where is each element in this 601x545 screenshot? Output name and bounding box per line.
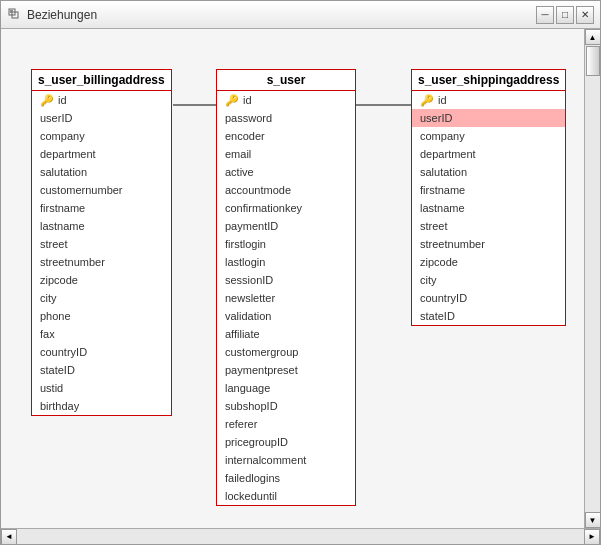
diagram-area: s_user_billingaddress 🔑 id userID compan… bbox=[21, 49, 564, 509]
table-row: company bbox=[32, 127, 171, 145]
table-row: department bbox=[32, 145, 171, 163]
table-row: language bbox=[217, 379, 355, 397]
table-row: firstlogin bbox=[217, 235, 355, 253]
vertical-scrollbar[interactable]: ▲ ▼ bbox=[584, 29, 600, 528]
table-row: firstname bbox=[32, 199, 171, 217]
key-icon: 🔑 bbox=[40, 92, 54, 108]
close-button[interactable]: ✕ bbox=[576, 6, 594, 24]
table-row: confirmationkey bbox=[217, 199, 355, 217]
svg-rect-2 bbox=[10, 10, 13, 13]
table-row: stateID bbox=[412, 307, 565, 325]
table-row: street bbox=[32, 235, 171, 253]
table-row: accountmode bbox=[217, 181, 355, 199]
table-row: lockeduntil bbox=[217, 487, 355, 505]
table-row: phone bbox=[32, 307, 171, 325]
title-bar-left: Beziehungen bbox=[7, 7, 97, 23]
table-row: lastname bbox=[32, 217, 171, 235]
table-row: failedlogins bbox=[217, 469, 355, 487]
table-row: department bbox=[412, 145, 565, 163]
table-row: firstname bbox=[412, 181, 565, 199]
table-row: zipcode bbox=[32, 271, 171, 289]
table-row: paymentpreset bbox=[217, 361, 355, 379]
table-billing-row-id: 🔑 id bbox=[32, 91, 171, 109]
table-row: streetnumber bbox=[32, 253, 171, 271]
scroll-down-button[interactable]: ▼ bbox=[585, 512, 601, 528]
scroll-right-button[interactable]: ► bbox=[584, 529, 600, 545]
table-row: referer bbox=[217, 415, 355, 433]
table-user: s_user 🔑 id password encoder email activ… bbox=[216, 69, 356, 506]
key-icon: 🔑 bbox=[420, 92, 434, 108]
table-row: email bbox=[217, 145, 355, 163]
table-row: affiliate bbox=[217, 325, 355, 343]
window-controls: ─ □ ✕ bbox=[536, 6, 594, 24]
table-row: customernumber bbox=[32, 181, 171, 199]
table-shipping: s_user_shippingaddress 🔑 id userID compa… bbox=[411, 69, 566, 326]
svg-line-7 bbox=[403, 101, 411, 105]
table-row: fax bbox=[32, 325, 171, 343]
horizontal-scrollbar[interactable]: ◄ ► bbox=[1, 528, 600, 544]
table-row: active bbox=[217, 163, 355, 181]
table-row: sessionID bbox=[217, 271, 355, 289]
table-shipping-header: s_user_shippingaddress bbox=[412, 70, 565, 91]
table-row: zipcode bbox=[412, 253, 565, 271]
title-bar: Beziehungen ─ □ ✕ bbox=[1, 1, 600, 29]
diagram-canvas[interactable]: s_user_billingaddress 🔑 id userID compan… bbox=[1, 29, 584, 528]
scroll-left-button[interactable]: ◄ bbox=[1, 529, 17, 545]
table-row: ustid bbox=[32, 379, 171, 397]
table-row: password bbox=[217, 109, 355, 127]
table-billing-name: s_user_billingaddress bbox=[38, 73, 165, 87]
table-row: countryID bbox=[412, 289, 565, 307]
table-shipping-name: s_user_shippingaddress bbox=[418, 73, 559, 87]
key-icon: 🔑 bbox=[225, 92, 239, 108]
table-row: birthday bbox=[32, 397, 171, 415]
svg-line-8 bbox=[403, 105, 411, 109]
table-shipping-row-id: 🔑 id bbox=[412, 91, 565, 109]
content-area: s_user_billingaddress 🔑 id userID compan… bbox=[1, 29, 600, 528]
table-user-header: s_user bbox=[217, 70, 355, 91]
main-window: Beziehungen ─ □ ✕ bbox=[0, 0, 601, 545]
scroll-track[interactable] bbox=[585, 45, 600, 512]
table-row: salutation bbox=[412, 163, 565, 181]
svg-line-5 bbox=[173, 105, 181, 109]
table-row: city bbox=[412, 271, 565, 289]
minimize-button[interactable]: ─ bbox=[536, 6, 554, 24]
scroll-thumb[interactable] bbox=[586, 46, 600, 76]
table-row: newsletter bbox=[217, 289, 355, 307]
window-icon bbox=[7, 7, 23, 23]
table-row: lastlogin bbox=[217, 253, 355, 271]
table-row: company bbox=[412, 127, 565, 145]
table-billing: s_user_billingaddress 🔑 id userID compan… bbox=[31, 69, 172, 416]
table-row: paymentID bbox=[217, 217, 355, 235]
table-row: countryID bbox=[32, 343, 171, 361]
table-billing-header: s_user_billingaddress bbox=[32, 70, 171, 91]
table-row: customergroup bbox=[217, 343, 355, 361]
table-row: encoder bbox=[217, 127, 355, 145]
table-row: internalcomment bbox=[217, 451, 355, 469]
maximize-button[interactable]: □ bbox=[556, 6, 574, 24]
svg-line-4 bbox=[173, 101, 181, 105]
table-row: city bbox=[32, 289, 171, 307]
table-user-name: s_user bbox=[267, 73, 306, 87]
window-title: Beziehungen bbox=[27, 8, 97, 22]
table-row: subshopID bbox=[217, 397, 355, 415]
table-row: street bbox=[412, 217, 565, 235]
h-scroll-track[interactable] bbox=[17, 529, 584, 544]
table-row: userID bbox=[32, 109, 171, 127]
table-shipping-row-userid: userID bbox=[412, 109, 565, 127]
scroll-up-button[interactable]: ▲ bbox=[585, 29, 601, 45]
table-row: streetnumber bbox=[412, 235, 565, 253]
table-row: pricegroupID bbox=[217, 433, 355, 451]
table-user-row-id: 🔑 id bbox=[217, 91, 355, 109]
table-row: validation bbox=[217, 307, 355, 325]
table-row: salutation bbox=[32, 163, 171, 181]
table-row: stateID bbox=[32, 361, 171, 379]
table-row: lastname bbox=[412, 199, 565, 217]
